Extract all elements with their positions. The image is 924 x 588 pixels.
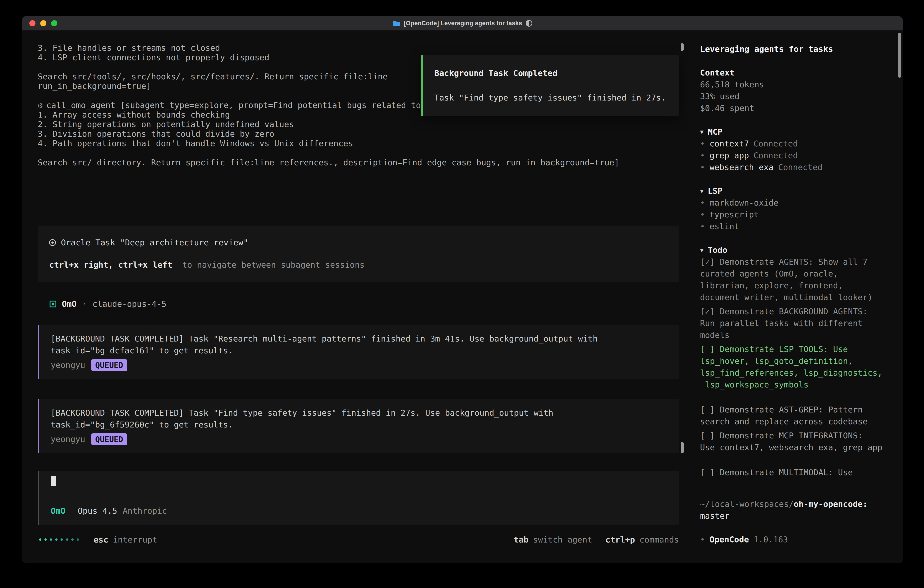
mcp-status: Connected xyxy=(754,150,798,162)
todo-item: [ ] Demonstrate MULTIMODAL: Use xyxy=(700,467,891,478)
agent-header: OmO · claude-opus-4-5 xyxy=(50,299,689,309)
todo-section: ▼ Todo [✓] Demonstrate AGENTS: Show all … xyxy=(700,244,891,481)
mcp-section: ▼ MCP • context7 Connected • grep_app Co… xyxy=(700,126,891,173)
todo-section-header[interactable]: ▼ Todo xyxy=(700,244,891,256)
chat-pane: 3. File handles or streams not closed 4.… xyxy=(22,30,689,563)
mcp-name: grep_app xyxy=(710,150,749,162)
agent-name: OmO xyxy=(62,299,77,309)
workspace-prefix: ~/local-workspaces/ xyxy=(700,499,794,509)
todo-item: [✓] Demonstrate AGENTS: Show all 7 curat… xyxy=(700,256,891,303)
tab-key-hint: tab xyxy=(514,535,528,545)
status-badge: QUEUED xyxy=(91,433,127,445)
commands-key-hint: ctrl+p xyxy=(606,535,635,545)
mcp-item: • context7 Connected xyxy=(700,138,891,150)
bullet-icon: • xyxy=(700,221,705,232)
toast-title: Background Task Completed xyxy=(434,67,668,79)
mcp-heading-label: MCP xyxy=(708,126,723,138)
bullet-icon: • xyxy=(700,138,705,150)
input-provider-label: Anthropic xyxy=(122,506,167,516)
prompt-input[interactable]: OmO Opus 4.5 Anthropic xyxy=(38,471,679,525)
message-line: task_id="bg_dcfac161" to get results. xyxy=(51,345,689,357)
oracle-task-panel: Oracle Task "Deep architecture review" c… xyxy=(38,226,679,282)
app-version: 1.0.163 xyxy=(754,533,788,545)
log-line: 3. Division operations that could divide… xyxy=(38,129,679,139)
context-tokens: 66,518 tokens xyxy=(700,79,891,91)
terminal-window: [OpenCode] Leveraging agents for tasks 3… xyxy=(21,16,903,563)
zoom-button[interactable] xyxy=(51,20,57,26)
scrollbar-thumb[interactable] xyxy=(681,43,684,51)
workspace-branch: master xyxy=(700,510,891,522)
workspace-path: ~/local-workspaces/oh-my-opencode: maste… xyxy=(700,498,891,522)
bullet-icon: • xyxy=(700,150,705,162)
fisheye-icon xyxy=(49,239,56,246)
mcp-item: • websearch_exa Connected xyxy=(700,162,891,173)
todo-item: [ ] Demonstrate MCP INTEGRATIONS: Use co… xyxy=(700,430,891,453)
mcp-section-header[interactable]: ▼ MCP xyxy=(700,126,891,138)
lsp-name: markdown-oxide xyxy=(710,197,779,209)
spinner-icon: •••••••• xyxy=(38,535,81,545)
minimize-button[interactable] xyxy=(40,20,46,26)
bullet-icon: • xyxy=(700,197,705,209)
dot-separator: · xyxy=(82,299,87,309)
toast-body: Task "Find type safety issues" finished … xyxy=(434,92,668,104)
mcp-name: context7 xyxy=(710,138,749,150)
esc-key-label: interrupt xyxy=(113,535,157,545)
bullet-icon: • xyxy=(700,209,705,221)
todo-item: [✓] Demonstrate BACKGROUND AGENTS: Run p… xyxy=(700,306,891,341)
context-spent: $0.46 spent xyxy=(700,102,891,114)
bullet-icon: • xyxy=(700,533,705,545)
window-title-text: [OpenCode] Leveraging agents for tasks xyxy=(404,20,522,27)
status-badge: QUEUED xyxy=(91,359,127,371)
keybind-hint: ctrl+x right, ctrl+x left xyxy=(49,260,172,269)
mcp-item: • grep_app Connected xyxy=(700,150,891,162)
input-agent-label: OmO xyxy=(51,506,66,516)
scrollbar-thumb[interactable] xyxy=(681,442,684,453)
window-title: [OpenCode] Leveraging agents for tasks xyxy=(393,20,533,27)
bullet-icon: • xyxy=(700,162,705,173)
todo-heading-label: Todo xyxy=(708,244,728,256)
sidebar: Leveraging agents for tasks Context 66,5… xyxy=(689,30,903,563)
chevron-down-icon: ▼ xyxy=(700,126,704,138)
chevron-down-icon: ▼ xyxy=(700,185,704,197)
message-author: yeongyu xyxy=(51,433,85,445)
lsp-section-header[interactable]: ▼ LSP xyxy=(700,185,891,197)
text-cursor xyxy=(51,476,56,486)
folder-icon xyxy=(393,20,400,26)
desktop: [OpenCode] Leveraging agents for tasks 3… xyxy=(0,0,924,588)
mcp-status: Connected xyxy=(778,162,822,173)
session-title: Leveraging agents for tasks xyxy=(700,43,891,55)
message-line: [BACKGROUND TASK COMPLETED] Task "Find t… xyxy=(51,407,689,419)
window-titlebar[interactable]: [OpenCode] Leveraging agents for tasks xyxy=(22,16,903,30)
lsp-item: • typescript xyxy=(700,209,891,221)
workspace-repo: oh-my-opencode: xyxy=(794,499,868,509)
mcp-status: Connected xyxy=(754,138,798,150)
background-task-toast: Background Task Completed Task "Find typ… xyxy=(421,55,679,116)
traffic-lights xyxy=(29,16,57,30)
lsp-name: typescript xyxy=(710,209,759,221)
lsp-heading-label: LSP xyxy=(708,185,723,197)
keybind-description: to navigate between subagent sessions xyxy=(182,260,365,269)
context-section: Context 66,518 tokens 33% used $0.46 spe… xyxy=(700,67,891,114)
commands-key-label: commands xyxy=(640,535,679,545)
message-block: [BACKGROUND TASK COMPLETED] Task "Resear… xyxy=(38,325,679,379)
lsp-item: • markdown-oxide xyxy=(700,197,891,209)
close-button[interactable] xyxy=(29,20,35,26)
agent-checkbox-icon xyxy=(50,301,56,307)
log-line: Search src/ directory. Return specific f… xyxy=(38,158,679,167)
gear-icon: ⚙ xyxy=(38,101,43,110)
oracle-task-title: Oracle Task "Deep architecture review" xyxy=(61,238,248,248)
context-used: 33% used xyxy=(700,91,891,102)
scrollbar-thumb[interactable] xyxy=(898,33,901,78)
input-model-label: Opus 4.5 xyxy=(78,506,117,516)
lsp-section: ▼ LSP • markdown-oxide • typescript • es… xyxy=(700,185,891,232)
esc-key-hint: esc xyxy=(94,535,108,545)
log-line: 3. File handles or streams not closed xyxy=(38,43,679,53)
message-line: task_id="bg_6f59260c" to get results. xyxy=(51,419,689,431)
context-heading: Context xyxy=(700,67,891,79)
tab-key-label: switch agent xyxy=(533,535,592,545)
lsp-name: eslint xyxy=(710,221,739,232)
todo-item: [ ] Demonstrate AST-GREP: Pattern search… xyxy=(700,404,891,428)
log-line: 4. Path operations that don't handle Win… xyxy=(38,139,679,148)
status-bar: •••••••• esc interrupt tab switch agent … xyxy=(38,535,679,545)
message-author: yeongyu xyxy=(51,359,85,371)
